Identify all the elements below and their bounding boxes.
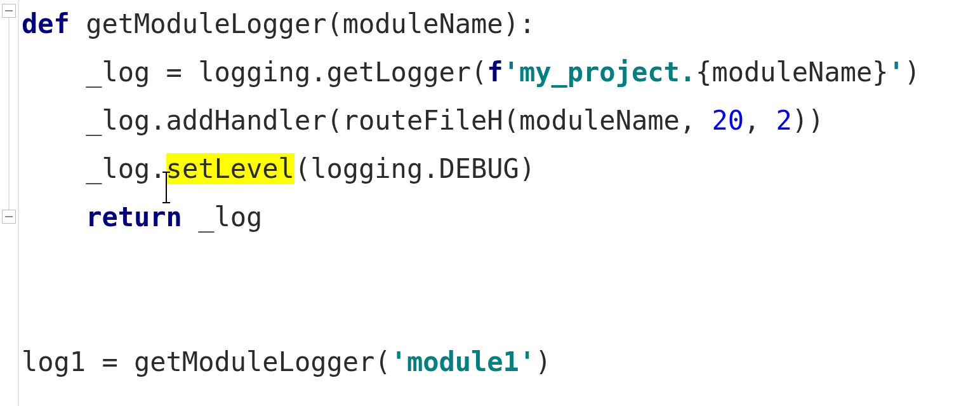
code-token-punct: ) xyxy=(535,346,551,377)
code-token-punct: )) xyxy=(792,105,824,136)
code-token-punct: ( xyxy=(326,8,342,39)
code-token-punct: ( xyxy=(326,105,342,136)
code-editor-viewport[interactable]: def getModuleLogger(moduleName): _log = … xyxy=(0,0,980,406)
code-token-punct: { xyxy=(696,57,712,88)
code-token-punct: ) xyxy=(904,57,920,88)
fold-gutter xyxy=(0,0,19,406)
code-line[interactable]: _log = logging.getLogger(f'my_project.{m… xyxy=(22,48,980,97)
code-token-keyword: def xyxy=(22,8,86,39)
code-token-punct: ) xyxy=(519,153,535,184)
code-token-ident: moduleName xyxy=(343,8,503,39)
code-token-ident: moduleName xyxy=(519,105,680,136)
code-line[interactable]: _log.setLevel(logging.DEBUG) xyxy=(22,145,980,193)
code-text-area[interactable]: def getModuleLogger(moduleName): _log = … xyxy=(19,0,980,406)
code-line[interactable]: def getModuleLogger(moduleName): xyxy=(22,0,980,48)
code-token-ident: _log xyxy=(86,57,166,88)
code-token-ident: routeFileH xyxy=(343,105,503,136)
code-token-num: 2 xyxy=(776,105,792,136)
code-token-str: 'my_project. xyxy=(503,57,696,88)
code-token-punct: = xyxy=(166,57,199,88)
code-token-punct: , xyxy=(744,105,776,136)
indent xyxy=(22,193,86,241)
code-token-ident: getModuleLogger xyxy=(134,346,374,377)
code-token-punct: ( xyxy=(295,153,310,184)
code-token-ident: _log. xyxy=(86,153,166,184)
code-token-num: 20 xyxy=(712,105,744,136)
code-token-keyword: return xyxy=(86,201,198,233)
code-token-ident: logging.DEBUG xyxy=(310,153,519,184)
code-line[interactable] xyxy=(22,241,980,290)
code-token-ident: log1 xyxy=(22,346,102,377)
indent xyxy=(22,48,86,97)
indent xyxy=(22,145,86,193)
code-token-punct: ( xyxy=(503,105,519,136)
fold-guide-line xyxy=(8,18,10,210)
indent xyxy=(22,97,86,145)
code-token-punct: , xyxy=(680,105,712,136)
code-line[interactable]: log1 = getModuleLogger('module1') xyxy=(22,338,980,386)
code-token-ident: _log xyxy=(198,201,262,233)
code-token-punct: ): xyxy=(503,8,536,39)
code-token-punct: } xyxy=(872,57,888,88)
code-token-punct: = xyxy=(102,346,134,377)
code-token-punct: ( xyxy=(471,57,487,88)
code-token-ident: setLevel xyxy=(166,153,295,184)
code-token-ident: _log.addHandler xyxy=(86,105,326,136)
fold-marker-2[interactable] xyxy=(2,210,16,224)
code-line[interactable]: _log.addHandler(routeFileH(moduleName, 2… xyxy=(22,97,980,145)
code-token-ident: moduleName xyxy=(712,57,872,88)
code-token-str: ' xyxy=(889,57,904,88)
code-line[interactable] xyxy=(22,290,980,338)
code-token-ident: logging.getLogger xyxy=(198,57,471,88)
code-token-punct: ( xyxy=(374,346,390,377)
code-token-str: 'module1' xyxy=(391,346,536,377)
code-token-fprefix: f xyxy=(487,57,503,88)
code-token-fn: getModuleLogger xyxy=(86,8,326,39)
fold-marker-1[interactable] xyxy=(2,4,16,18)
